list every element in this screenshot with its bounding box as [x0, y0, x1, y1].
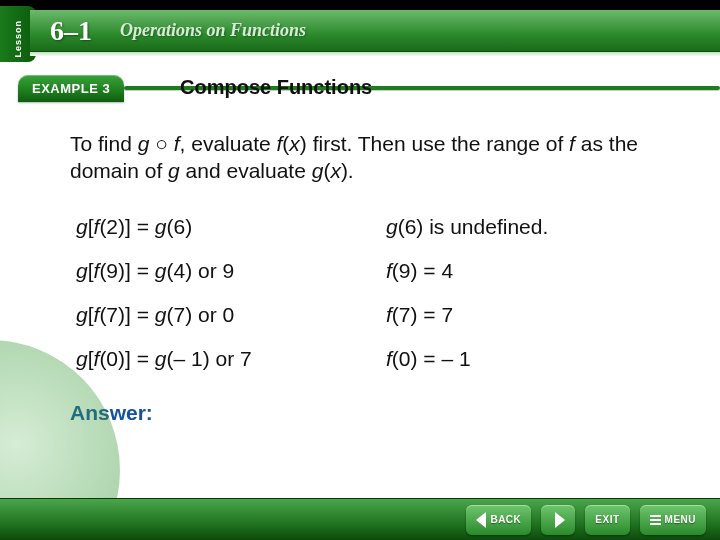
g-sym: g [76, 259, 88, 282]
intro-comp: g ○ f [138, 132, 180, 155]
g-sym: g [155, 347, 167, 370]
txt: (7) = 7 [392, 303, 453, 326]
example-tab: EXAMPLE 3 [18, 75, 124, 102]
intro-gx-x: x [330, 159, 341, 182]
chapter-bar: 6–1 Operations on Functions [30, 10, 720, 52]
back-button[interactable]: BACK [466, 505, 531, 535]
txt: (6) is undefined. [398, 215, 549, 238]
g-sym: g [155, 303, 167, 326]
intro-text: ). [341, 159, 354, 182]
txt: (9)] = [99, 259, 154, 282]
g-sym: g [155, 259, 167, 282]
left-col: g[f(2)] = g(6) [76, 215, 386, 239]
exit-label: EXIT [595, 514, 619, 525]
back-label: BACK [490, 514, 521, 525]
intro-fx-x: x [289, 132, 300, 155]
left-col: g[f(7)] = g(7) or 0 [76, 303, 386, 327]
g-sym: g [76, 215, 88, 238]
menu-button[interactable]: MENU [640, 505, 706, 535]
txt: (4) or 9 [167, 259, 235, 282]
right-col: g(6) is undefined. [386, 215, 664, 239]
txt: (2)] = [99, 215, 154, 238]
g-sym: g [76, 303, 88, 326]
table-row: g[f(2)] = g(6) g(6) is undefined. [70, 205, 670, 249]
exit-button[interactable]: EXIT [585, 505, 629, 535]
example-label: EXAMPLE 3 [32, 81, 110, 96]
intro-paragraph: To find g ○ f, evaluate f(x) first. Then… [70, 130, 670, 185]
intro-text: , evaluate [180, 132, 277, 155]
intro-text: and evaluate [180, 159, 312, 182]
lesson-tab-label: Lesson [13, 16, 23, 62]
txt: (6) [167, 215, 193, 238]
sym: g [386, 215, 398, 238]
menu-icon [650, 515, 661, 525]
intro-g: g [168, 159, 180, 182]
table-row: g[f(9)] = g(4) or 9 f(9) = 4 [70, 249, 670, 293]
txt: (– 1) or 7 [167, 347, 252, 370]
right-col: f(7) = 7 [386, 303, 664, 327]
g-sym: g [76, 347, 88, 370]
right-col: f(0) = – 1 [386, 347, 664, 371]
answer-label: Answer: [70, 401, 670, 425]
txt: (7)] = [99, 303, 154, 326]
menu-label: MENU [665, 514, 696, 525]
txt: (0)] = [99, 347, 154, 370]
example-subhead: Compose Functions [180, 76, 372, 99]
content-area: To find g ○ f, evaluate f(x) first. Then… [70, 130, 670, 425]
chapter-number: 6–1 [50, 15, 92, 47]
right-col: f(9) = 4 [386, 259, 664, 283]
chapter-title: Operations on Functions [120, 20, 306, 41]
left-col: g[f(0)] = g(– 1) or 7 [76, 347, 386, 371]
next-button[interactable] [541, 505, 575, 535]
intro-gx-g: g [312, 159, 324, 182]
composition-table: g[f(2)] = g(6) g(6) is undefined. g[f(9)… [70, 205, 670, 381]
top-black-strip [0, 0, 720, 10]
intro-text: To find [70, 132, 138, 155]
txt: (7) or 0 [167, 303, 235, 326]
table-row: g[f(7)] = g(7) or 0 f(7) = 7 [70, 293, 670, 337]
table-row: g[f(0)] = g(– 1) or 7 f(0) = – 1 [70, 337, 670, 381]
intro-text: ) [300, 132, 307, 155]
txt: (9) = 4 [392, 259, 453, 282]
txt: (0) = – 1 [392, 347, 471, 370]
left-col: g[f(9)] = g(4) or 9 [76, 259, 386, 283]
intro-text: first. Then use the range of [307, 132, 569, 155]
bottom-nav: BACK EXIT MENU [0, 498, 720, 540]
g-sym: g [155, 215, 167, 238]
chapter-separator [30, 52, 720, 56]
